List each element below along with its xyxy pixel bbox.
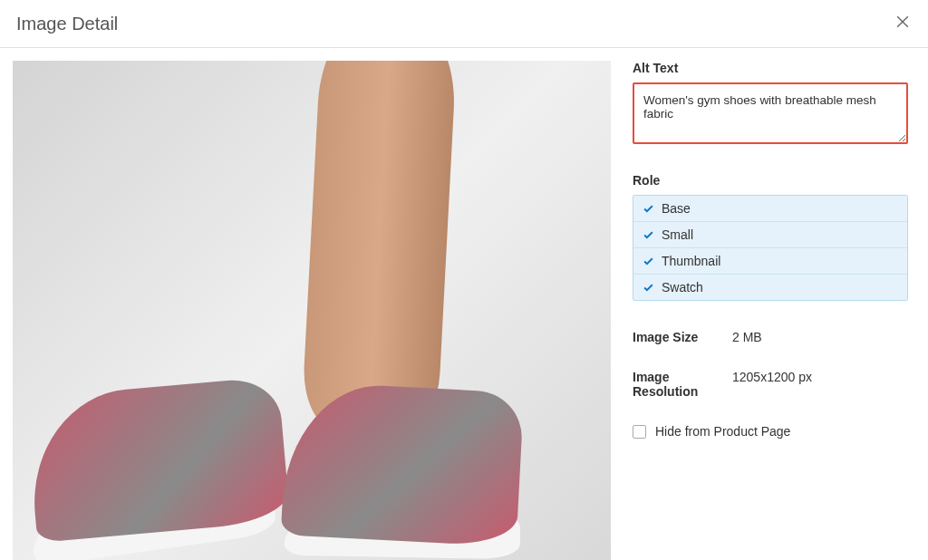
close-icon [894, 13, 912, 34]
close-button[interactable] [894, 13, 912, 34]
check-icon [643, 229, 654, 241]
image-size-label: Image Size [633, 330, 732, 344]
check-icon [643, 256, 654, 267]
image-size-value: 2 MB [732, 330, 762, 344]
image-resolution-row: Image Resolution 1205x1200 px [633, 370, 908, 399]
role-option-label: Swatch [662, 280, 703, 294]
modal-header: Image Detail [0, 0, 928, 48]
form-panel: Alt Text Role Base Small [633, 61, 917, 560]
image-resolution-label: Image Resolution [633, 370, 732, 399]
role-option-thumbnail[interactable]: Thumbnail [633, 248, 907, 275]
alt-text-label: Alt Text [633, 61, 908, 75]
role-option-swatch[interactable]: Swatch [633, 275, 907, 300]
image-resolution-value: 1205x1200 px [732, 370, 812, 399]
role-list: Base Small Thumbnail [633, 195, 908, 301]
check-icon [643, 203, 654, 215]
hide-checkbox[interactable] [633, 425, 646, 439]
role-option-label: Small [662, 227, 693, 242]
role-option-base[interactable]: Base [633, 196, 907, 222]
role-option-small[interactable]: Small [633, 222, 907, 248]
modal-title: Image Detail [16, 14, 118, 34]
hide-label: Hide from Product Page [655, 424, 790, 439]
product-image-placeholder [13, 61, 611, 560]
role-option-label: Base [662, 201, 691, 216]
hide-from-product-page-row: Hide from Product Page [633, 424, 908, 439]
modal-body: Alt Text Role Base Small [0, 48, 928, 560]
alt-text-input[interactable] [633, 82, 908, 144]
image-size-row: Image Size 2 MB [633, 330, 908, 344]
role-label: Role [633, 173, 908, 188]
check-icon [643, 282, 654, 294]
image-detail-modal: Image Detail Alt Text Role [0, 0, 928, 560]
image-preview [13, 61, 611, 560]
role-option-label: Thumbnail [662, 254, 720, 268]
